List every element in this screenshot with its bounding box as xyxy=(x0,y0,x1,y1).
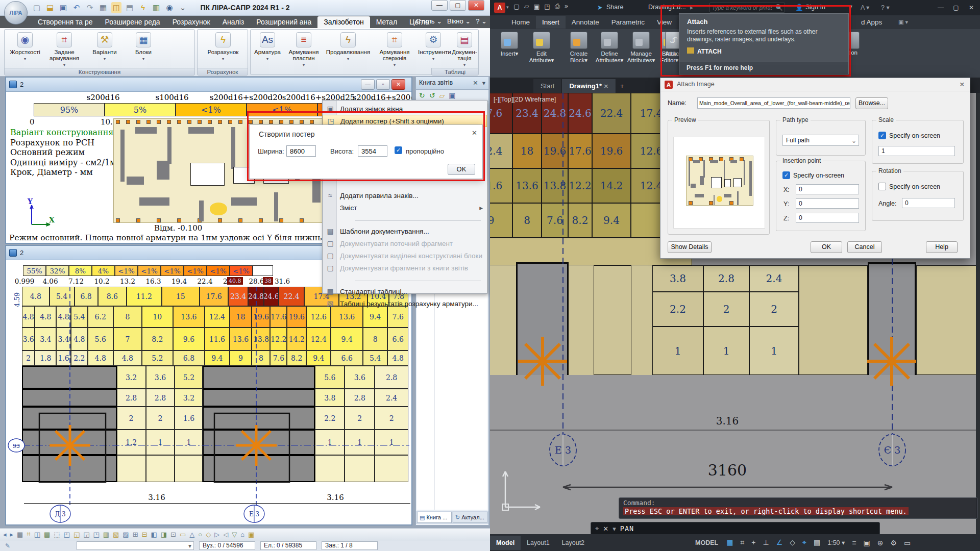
status-toolbar-icon[interactable]: ⊡ xyxy=(170,531,176,538)
status-toolbar-icon[interactable]: ▧ xyxy=(113,531,119,538)
user-icon[interactable]: 👤 xyxy=(795,4,803,11)
acad-close-button[interactable]: ✕ xyxy=(964,0,979,15)
lira-tab-2[interactable]: Розширене реда xyxy=(99,16,166,28)
command-close-icon[interactable]: ✕ xyxy=(603,525,608,533)
app-store-icon[interactable]: ▼ xyxy=(847,4,853,11)
status-toolbar-icon[interactable]: ▷ xyxy=(214,531,219,538)
ribbon-button-арматура[interactable]: AsАрматура▾ xyxy=(253,31,282,71)
ribbon-button-докумен-тація[interactable]: ▤Докумен-тація▾ xyxy=(451,31,478,71)
panel-menu-icon[interactable]: ▾ xyxy=(482,79,485,87)
acad-tab-featured-apps[interactable]: d Apps xyxy=(855,16,888,29)
dialog-close-icon[interactable]: ✕ xyxy=(960,81,965,88)
rotation-specify-checkbox[interactable] xyxy=(878,183,886,190)
status-toolbar-icon[interactable]: ◧ xyxy=(151,531,157,538)
minimize-button[interactable]: — xyxy=(431,0,448,11)
ribbon-button-інструменти[interactable]: ⚙Інструменти▾ xyxy=(418,31,449,71)
status-toolbar-icon[interactable]: ▭ xyxy=(180,531,186,538)
share-button[interactable]: Share xyxy=(606,4,623,11)
acad-quick-icon[interactable]: ▣ xyxy=(533,3,540,10)
canvas-scroll-strip[interactable] xyxy=(976,93,980,534)
panel-tab-2[interactable]: ↻Актуал... xyxy=(453,512,487,523)
maximize-button[interactable]: ▢ xyxy=(450,0,466,11)
command-options-icon[interactable]: ▾ xyxy=(612,525,616,533)
panel-close-icon[interactable]: ✕ xyxy=(473,79,478,87)
quick-icon[interactable]: ▣ xyxy=(58,2,68,13)
status-toolbar-icon[interactable]: ◁ xyxy=(223,531,228,538)
status-toolbar-icon[interactable]: ◫ xyxy=(34,531,40,538)
doc-expand-icon[interactable]: ▸ xyxy=(690,4,693,11)
ribbon-button-задане-армування[interactable]: ⌗Задане армування▾ xyxy=(44,31,84,71)
menu-Стиль[interactable]: Стиль ⌄ xyxy=(416,17,442,25)
status-toolbar-icon[interactable]: ▨ xyxy=(122,531,129,538)
close-button[interactable]: ✕ xyxy=(468,0,484,11)
ribbon-button-продавлювання[interactable]: ϟПродавлювання▾ xyxy=(325,31,371,71)
show-details-button[interactable]: Show Details xyxy=(668,241,712,253)
status-combobox[interactable]: ▾ xyxy=(77,541,194,550)
layout-tab-model[interactable]: Model xyxy=(490,536,521,550)
status-toolbar-icon[interactable]: ▦ xyxy=(17,531,23,538)
menu-item[interactable]: Зміст▸ xyxy=(323,202,487,214)
poster-width-input[interactable] xyxy=(286,145,316,157)
acad-tab-annotate[interactable]: Annotate xyxy=(566,16,605,29)
proportional-checkbox[interactable]: ✓ xyxy=(395,146,402,154)
lira-tab-5[interactable]: Розширений ана xyxy=(250,16,317,28)
acad-quick-icon[interactable]: ⎙ xyxy=(555,3,560,10)
window1-close-button[interactable]: ✕ xyxy=(391,79,405,90)
scale-specify-checkbox[interactable]: ✓ xyxy=(878,132,886,139)
menu-item[interactable]: ▤Шаблони документування... xyxy=(323,225,487,237)
quick-icon[interactable]: ◫ xyxy=(111,2,121,13)
acad-tab-insert[interactable]: Insert xyxy=(536,16,566,29)
menu-item[interactable]: ▧Таблиці результатів розрахунку арматури… xyxy=(323,297,487,310)
status-icon[interactable]: ∠ xyxy=(776,538,783,547)
status-toolbar-icon[interactable]: ▣ xyxy=(248,531,254,538)
command-pointer-icon[interactable]: ⌖ xyxy=(595,524,599,533)
menu-item[interactable]: ▢Документувати фрагменти з книги звітів xyxy=(323,262,487,274)
menu-item[interactable]: ▢Документувати виділені конструктивні бл… xyxy=(323,249,487,262)
status-icon[interactable]: ▦ xyxy=(726,538,733,547)
status-icon[interactable]: ▭ xyxy=(904,539,911,547)
acad-logo-icon[interactable]: A xyxy=(494,3,505,13)
menu-item[interactable]: ▦Стандартні таблиці... xyxy=(323,285,487,297)
acad-quick-icon[interactable]: » xyxy=(565,3,568,10)
insertion-specify-checkbox[interactable]: ✓ xyxy=(782,171,790,179)
status-toolbar-icon[interactable]: ▽ xyxy=(232,531,237,538)
ribbon-button-блоки[interactable]: ▦Блоки▾ xyxy=(125,31,162,71)
status-icon[interactable]: ⚙ xyxy=(890,539,897,547)
ribbon-button-розрахунок[interactable]: ϟРозрахунок▾ xyxy=(206,31,240,71)
lira-tab-7[interactable]: Метал xyxy=(370,16,403,28)
quick-icon[interactable]: ◉ xyxy=(164,2,175,13)
status-toolbar-icon[interactable]: ◰ xyxy=(64,531,70,538)
panel-toolbar-icon[interactable]: ↻ xyxy=(419,91,425,100)
window1-caption[interactable]: 2 xyxy=(6,78,411,92)
ribbon-button-армування-стержнів[interactable]: ⌗Армування стержнів▾ xyxy=(373,31,416,71)
report-panel-titlebar[interactable]: Книга звітів▾✕ xyxy=(416,77,488,90)
share-icon[interactable]: ➤ xyxy=(597,4,602,11)
ok-button[interactable]: OK xyxy=(811,241,842,253)
search-icon[interactable]: 🔍 xyxy=(775,4,783,11)
status-icon[interactable]: ⊥ xyxy=(763,538,769,547)
status-toolbar-icon[interactable]: ◳ xyxy=(93,531,99,538)
window1-minimize-button[interactable]: — xyxy=(361,79,375,90)
model-space-label[interactable]: MODEL xyxy=(695,539,718,546)
acad-quick-icon[interactable]: ▱ xyxy=(524,3,529,10)
x-input[interactable] xyxy=(796,184,859,194)
panel-toolbar-icon[interactable]: ↺ xyxy=(429,91,435,100)
annotation-scale-button[interactable]: 1:50 ▾ xyxy=(827,539,845,546)
layout-tab-layout1[interactable]: Layout1 xyxy=(521,536,555,550)
file-tab-close-icon[interactable]: ✕ xyxy=(604,83,608,89)
status-toolbar-icon[interactable]: △ xyxy=(189,531,194,538)
path-type-dropdown[interactable]: Full path⌄ xyxy=(782,135,859,146)
status-icon[interactable]: ⊕ xyxy=(877,539,884,547)
panel-tab-1[interactable]: ▤Книга ... xyxy=(417,512,452,523)
file-tab-new-icon[interactable]: + xyxy=(616,79,628,93)
scale-input[interactable] xyxy=(878,146,955,156)
help-menu[interactable]: ? ⌄ xyxy=(476,17,487,25)
status-icon[interactable]: + xyxy=(751,538,755,547)
status-toolbar-icon[interactable]: ◱ xyxy=(74,531,80,538)
status-toolbar-icon[interactable]: ◨ xyxy=(161,531,167,538)
status-icon[interactable]: ◇ xyxy=(790,538,795,547)
status-toolbar-icon[interactable]: ⊟ xyxy=(142,531,148,538)
angle-input[interactable] xyxy=(902,198,955,208)
quick-icon[interactable]: ↶ xyxy=(71,2,82,13)
browse-button[interactable]: Browse... xyxy=(855,97,888,109)
